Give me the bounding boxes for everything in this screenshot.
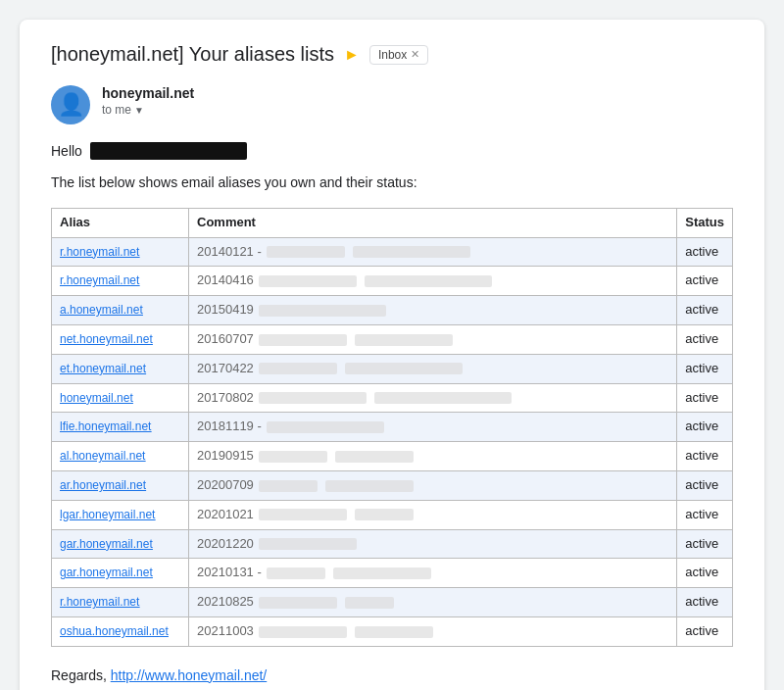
alias-link[interactable]: gar.honeymail.net bbox=[60, 537, 153, 551]
alias-cell[interactable]: r.honeymail.net bbox=[52, 588, 189, 617]
comment-cell: 20181119 - bbox=[189, 413, 677, 442]
table-row: et.honeymail.net20170422 active bbox=[52, 354, 733, 383]
blurred-comment-1 bbox=[267, 567, 325, 579]
comment-cell: 20150419 bbox=[189, 296, 677, 325]
inbox-tag[interactable]: Inbox ✕ bbox=[369, 45, 428, 65]
alias-link[interactable]: r.honeymail.net bbox=[60, 595, 139, 609]
table-row: ar.honeymail.net20200709 active bbox=[52, 470, 733, 500]
regards-text: Regards, bbox=[51, 667, 107, 683]
alias-link[interactable]: et.honeymail.net bbox=[60, 362, 146, 375]
alias-cell[interactable]: r.honeymail.net bbox=[52, 237, 189, 267]
alias-link[interactable]: a.honeymail.net bbox=[60, 303, 143, 317]
alias-link[interactable]: lgar.honeymail.net bbox=[60, 508, 155, 521]
table-row: lfie.honeymail.net20181119 - active bbox=[52, 413, 733, 442]
email-container: [honeymail.net] Your aliases lists ► Inb… bbox=[20, 20, 764, 690]
alias-cell[interactable]: al.honeymail.net bbox=[52, 442, 189, 471]
status-cell: active bbox=[677, 500, 733, 529]
blurred-comment-1 bbox=[259, 509, 347, 520]
blurred-comment-2 bbox=[345, 363, 463, 374]
regards-link[interactable]: http://www.honeymail.net/ bbox=[111, 667, 268, 683]
blurred-comment-2 bbox=[353, 246, 470, 258]
alias-cell[interactable]: et.honeymail.net bbox=[52, 354, 189, 383]
alias-cell[interactable]: r.honeymail.net bbox=[52, 267, 189, 296]
alias-cell[interactable]: oshua.honeymail.net bbox=[52, 616, 189, 646]
date-value: 20140416 bbox=[197, 272, 257, 287]
alias-link[interactable]: r.honeymail.net bbox=[60, 245, 139, 259]
comment-cell: 20200709 bbox=[189, 470, 677, 500]
sender-row: 👤 honeymail.net to me ▼ bbox=[51, 85, 733, 124]
comment-cell: 20140121 - bbox=[189, 237, 677, 267]
comment-cell: 20170802 bbox=[189, 383, 677, 413]
alias-cell[interactable]: gar.honeymail.net bbox=[52, 529, 189, 559]
status-cell: active bbox=[677, 324, 733, 354]
col-comment: Comment bbox=[189, 208, 677, 237]
sender-name: honeymail.net bbox=[102, 85, 194, 101]
comment-cell: 20170422 bbox=[189, 354, 677, 383]
inbox-tag-label: Inbox bbox=[378, 48, 407, 62]
alias-link[interactable]: lfie.honeymail.net bbox=[60, 419, 151, 433]
greeting-text: Hello bbox=[51, 140, 82, 162]
close-icon[interactable]: ✕ bbox=[411, 48, 419, 61]
date-value: 20201220 bbox=[197, 536, 257, 551]
avatar-person-icon: 👤 bbox=[58, 92, 84, 118]
email-body: Hello The list below shows email aliases… bbox=[51, 140, 733, 690]
blurred-comment-1 bbox=[259, 480, 318, 492]
comment-cell: 20201220 bbox=[189, 529, 677, 559]
table-row: lgar.honeymail.net20201021 active bbox=[52, 500, 733, 529]
aliases-table: Alias Comment Status r.honeymail.net2014… bbox=[51, 208, 733, 647]
blurred-comment-2 bbox=[355, 334, 453, 346]
alias-cell[interactable]: lfie.honeymail.net bbox=[52, 413, 189, 442]
table-row: oshua.honeymail.net20211003 active bbox=[52, 616, 733, 646]
table-header-row: Alias Comment Status bbox=[52, 208, 733, 237]
col-status: Status bbox=[677, 208, 733, 237]
alias-cell[interactable]: ar.honeymail.net bbox=[52, 470, 189, 500]
comment-cell: 20140416 bbox=[189, 267, 677, 296]
table-row: al.honeymail.net20190915 active bbox=[52, 442, 733, 471]
alias-link[interactable]: gar.honeymail.net bbox=[60, 566, 153, 579]
comment-cell: 20160707 bbox=[189, 324, 677, 354]
intro-text: The list below shows email aliases you o… bbox=[51, 172, 733, 193]
status-cell: active bbox=[677, 559, 733, 588]
blurred-comment-1 bbox=[259, 597, 337, 609]
blurred-comment-1 bbox=[267, 421, 384, 433]
col-alias: Alias bbox=[52, 208, 189, 237]
blurred-comment-2 bbox=[333, 567, 431, 579]
alias-cell[interactable]: a.honeymail.net bbox=[52, 296, 189, 325]
date-value: 20200709 bbox=[197, 477, 257, 492]
blurred-comment-1 bbox=[259, 334, 347, 346]
sender-to[interactable]: to me ▼ bbox=[102, 103, 194, 117]
alias-link[interactable]: ar.honeymail.net bbox=[60, 478, 146, 492]
alias-link[interactable]: r.honeymail.net bbox=[60, 273, 139, 287]
comment-cell: 20211003 bbox=[189, 616, 677, 646]
blurred-comment-2 bbox=[374, 392, 512, 404]
blurred-comment-2 bbox=[345, 597, 394, 609]
date-value: 20201021 bbox=[197, 507, 257, 521]
alias-link[interactable]: net.honeymail.net bbox=[60, 332, 153, 346]
blurred-comment-2 bbox=[335, 451, 414, 463]
status-cell: active bbox=[677, 383, 733, 413]
table-row: gar.honeymail.net20210131 - active bbox=[52, 559, 733, 588]
redacted-name bbox=[90, 142, 247, 160]
blurred-comment-1 bbox=[259, 626, 347, 638]
alias-cell[interactable]: honeymail.net bbox=[52, 383, 189, 413]
status-cell: active bbox=[677, 442, 733, 471]
status-cell: active bbox=[677, 237, 733, 267]
status-cell: active bbox=[677, 296, 733, 325]
date-value: 20181119 - bbox=[197, 419, 265, 433]
alias-link[interactable]: al.honeymail.net bbox=[60, 449, 145, 463]
alias-cell[interactable]: net.honeymail.net bbox=[52, 324, 189, 354]
alias-link[interactable]: honeymail.net bbox=[60, 391, 133, 405]
blurred-comment-1 bbox=[259, 538, 357, 550]
sender-info: honeymail.net to me ▼ bbox=[102, 85, 194, 117]
status-cell: active bbox=[677, 470, 733, 500]
status-cell: active bbox=[677, 588, 733, 617]
avatar: 👤 bbox=[51, 85, 90, 124]
date-value: 20190915 bbox=[197, 448, 257, 463]
blurred-comment-2 bbox=[355, 509, 414, 520]
date-value: 20140121 - bbox=[197, 244, 265, 259]
alias-cell[interactable]: gar.honeymail.net bbox=[52, 559, 189, 588]
alias-cell[interactable]: lgar.honeymail.net bbox=[52, 500, 189, 529]
comment-cell: 20210825 bbox=[189, 588, 677, 617]
alias-link[interactable]: oshua.honeymail.net bbox=[60, 624, 169, 638]
date-value: 20170422 bbox=[197, 361, 257, 375]
